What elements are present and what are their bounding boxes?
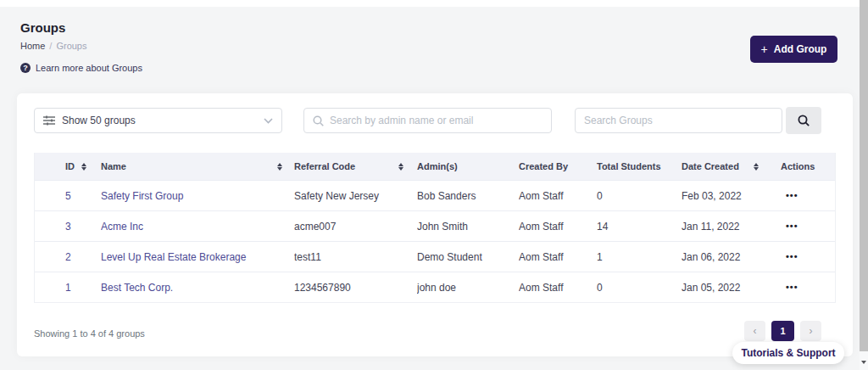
plus-icon: + [761, 42, 768, 56]
column-header-admins: Admin(s) [417, 161, 519, 171]
page-title: Groups [20, 20, 65, 35]
sort-icon [754, 163, 759, 171]
row-actions-ellipsis-button[interactable]: ••• [781, 279, 804, 295]
admin-search-input[interactable] [330, 115, 542, 126]
row-actions-ellipsis-button[interactable]: ••• [781, 249, 804, 265]
cell-admins: john doe [417, 282, 519, 294]
cell-admins: John Smith [417, 221, 519, 233]
breadcrumb-separator: / [49, 41, 52, 51]
search-icon [313, 115, 324, 126]
column-header-name[interactable]: Name [101, 161, 294, 171]
tutorials-support-button[interactable]: Tutorials & Support [732, 342, 844, 364]
top-strip [0, 0, 868, 7]
search-submit-button[interactable] [786, 107, 821, 134]
search-icon [798, 115, 810, 126]
groups-table: ID Name Referral Code Admin(s) Created B… [34, 153, 836, 303]
cell-total-students: 1 [597, 251, 671, 263]
cell-id[interactable]: 5 [35, 190, 101, 202]
column-header-date-created[interactable]: Date Created [671, 161, 769, 171]
cell-date-created: Jan 05, 2022 [671, 282, 769, 294]
breadcrumb-home-link[interactable]: Home [20, 41, 45, 51]
results-summary: Showing 1 to 4 of 4 groups [34, 328, 145, 339]
group-search-box [575, 108, 782, 133]
filter-sliders-icon [43, 115, 55, 126]
cell-name[interactable]: Safety First Group [101, 190, 294, 202]
cell-total-students: 0 [597, 190, 671, 202]
column-header-actions: Actions [769, 161, 835, 171]
scrollbar-down-arrow[interactable] [860, 356, 868, 368]
add-group-label: Add Group [774, 43, 827, 55]
cell-total-students: 14 [597, 221, 671, 233]
groups-card: Show 50 groups ID Name Referral Code [17, 93, 853, 356]
cell-date-created: Jan 06, 2022 [671, 251, 769, 263]
scrollbar-thumb[interactable] [860, 0, 868, 351]
admin-search-box [303, 108, 552, 133]
cell-created-by: Aom Staff [519, 282, 597, 294]
learn-more-link[interactable]: ? Learn more about Groups [20, 63, 142, 73]
table-row: 5Safety First GroupSafety New JerseyBob … [35, 180, 835, 210]
question-circle-icon: ? [20, 63, 31, 73]
table-body: 5Safety First GroupSafety New JerseyBob … [35, 180, 835, 302]
cell-created-by: Aom Staff [519, 221, 597, 233]
cell-referral-code: 1234567890 [294, 282, 417, 294]
table-row: 2Level Up Real Estate Brokeragetest11Dem… [35, 241, 835, 272]
column-header-created-by: Created By [519, 161, 597, 171]
cell-total-students: 0 [597, 282, 671, 294]
pagination-page-1-button[interactable]: 1 [771, 321, 794, 341]
cell-id[interactable]: 2 [35, 251, 101, 263]
sort-icon [277, 163, 282, 171]
column-header-id[interactable]: ID [35, 161, 101, 171]
row-actions-ellipsis-button[interactable]: ••• [781, 188, 804, 204]
cell-admins: Bob Sanders [417, 190, 519, 202]
table-row: 1Best Tech Corp.1234567890john doeAom St… [35, 272, 835, 302]
cell-name[interactable]: Level Up Real Estate Brokerage [101, 251, 294, 263]
show-groups-value: Show 50 groups [62, 115, 136, 126]
group-search-input[interactable] [584, 115, 773, 126]
breadcrumb-current: Groups [56, 41, 86, 51]
row-actions-ellipsis-button[interactable]: ••• [781, 218, 804, 234]
cell-name[interactable]: Acme Inc [101, 221, 294, 233]
add-group-button[interactable]: + Add Group [750, 36, 837, 63]
chevron-down-icon [264, 118, 273, 124]
cell-actions: ••• [769, 188, 835, 204]
cell-date-created: Feb 03, 2022 [671, 190, 769, 202]
column-header-referral-code[interactable]: Referral Code [294, 161, 417, 171]
pagination-next-button[interactable]: › [800, 321, 821, 341]
cell-admins: Demo Student [417, 251, 519, 263]
cell-actions: ••• [769, 279, 835, 295]
cell-date-created: Jan 11, 2022 [671, 221, 769, 233]
cell-referral-code: acme007 [294, 221, 417, 233]
cell-actions: ••• [769, 249, 835, 265]
scrollbar-track[interactable] [860, 0, 868, 370]
cell-id[interactable]: 3 [35, 221, 101, 233]
cell-created-by: Aom Staff [519, 190, 597, 202]
cell-created-by: Aom Staff [519, 251, 597, 263]
pagination-prev-button[interactable]: ‹ [744, 321, 765, 341]
learn-more-label: Learn more about Groups [36, 63, 142, 73]
cell-actions: ••• [769, 218, 835, 234]
cell-name[interactable]: Best Tech Corp. [101, 282, 294, 294]
table-row: 3Acme Incacme007John SmithAom Staff14Jan… [35, 210, 835, 241]
cell-referral-code: test11 [294, 251, 417, 263]
cell-id[interactable]: 1 [35, 282, 101, 294]
show-groups-select[interactable]: Show 50 groups [34, 108, 282, 133]
table-header-row: ID Name Referral Code Admin(s) Created B… [35, 153, 835, 180]
cell-referral-code: Safety New Jersey [294, 190, 417, 202]
breadcrumb: Home/Groups [20, 41, 86, 51]
sort-icon [398, 163, 403, 171]
pagination: ‹ 1 › [744, 321, 821, 341]
column-header-total-students: Total Students [597, 161, 671, 171]
sort-icon [81, 163, 86, 171]
